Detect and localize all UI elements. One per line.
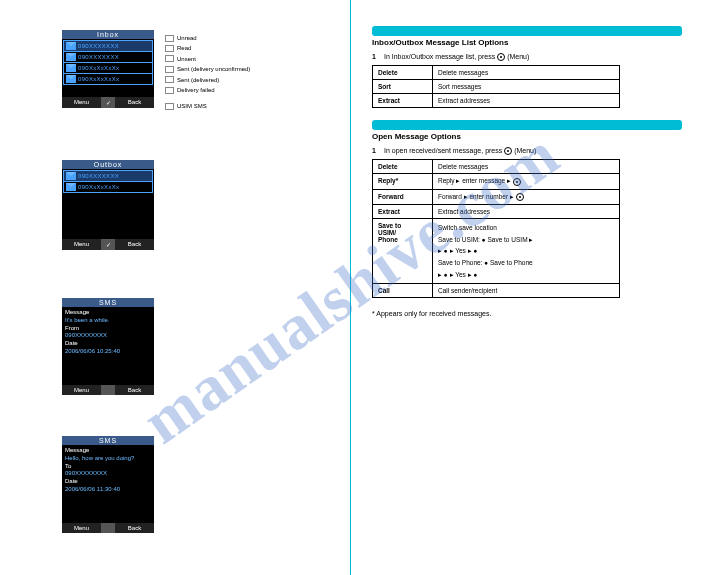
legend-label: USIM SMS [177, 102, 207, 110]
cell-text: Reply ▸ enter message ▸ [438, 177, 511, 184]
phone-title: Outbox [62, 160, 154, 169]
section-title: Inbox/Outbox Message List Options [372, 38, 682, 47]
phone-title: SMS [62, 298, 154, 307]
list-item-label: 090XxXxXxXx [78, 184, 119, 190]
cell: Reply* [373, 174, 433, 189]
legend-label: Sent (delivered) [177, 76, 219, 84]
mail-icon [66, 183, 76, 191]
table-row: CallCall sender/recipient [373, 284, 620, 298]
cell: Save to USIM/ Phone [373, 218, 433, 283]
phone-footer: Menu ✓ Back [62, 239, 154, 250]
cell: Extract addresses [433, 94, 620, 108]
list-item-label: 090XxXxXxXx [78, 65, 119, 71]
legend-item: Sent (delivery unconfirmed) [165, 65, 285, 73]
mail-icon [66, 64, 76, 72]
phone-footer: Menu ✓ Back [62, 97, 154, 108]
softkey-menu: Menu [62, 385, 101, 395]
table-row: Save to USIM/ PhoneSwitch save location … [373, 218, 620, 283]
cell: Switch save location Save to USIM: ● Sav… [433, 218, 620, 283]
mail-icon [66, 172, 76, 180]
softkey-back: Back [115, 385, 154, 395]
legend-item: Unread [165, 34, 285, 42]
step-text: (Menu) [507, 53, 529, 60]
step-line: 1 In Inbox/Outbox message list, press (M… [372, 53, 682, 61]
legend-label: Delivery failed [177, 86, 215, 94]
legend-label: Read [177, 44, 191, 52]
phone-sms-received: SMS Message It's been a while. From 090X… [62, 298, 154, 395]
cell-text: Forward ▸ enter number ▸ [438, 193, 514, 200]
phone-outbox: Outbox 090XXXXXXX 090XxXxXxXx Menu ✓ Bac… [62, 160, 154, 250]
mail-icon [66, 75, 76, 83]
cell: Extract [373, 204, 433, 218]
page-divider [350, 0, 351, 575]
list-item-label: 090XXXXXXX [78, 43, 119, 49]
cell: Sort messages [433, 80, 620, 94]
phone-footer: Menu Back [62, 523, 154, 533]
softkey-dot-icon [497, 53, 505, 61]
softkey-select-icon [101, 385, 115, 395]
field-label: Message [65, 447, 151, 455]
softkey-select-icon [101, 523, 115, 533]
mail-failed-icon [165, 87, 174, 94]
cell: Reply ▸ enter message ▸ [433, 174, 620, 189]
cell: Delete [373, 160, 433, 174]
mail-icon [66, 42, 76, 50]
right-page: Inbox/Outbox Message List Options 1 In I… [352, 0, 702, 575]
mail-unread-icon [165, 35, 174, 42]
softkey-back: Back [115, 97, 154, 108]
options-table: DeleteDelete messages SortSort messages … [372, 65, 620, 108]
field-label: Message [65, 309, 151, 317]
cell: Forward ▸ enter number ▸ [433, 189, 620, 204]
table-row: ForwardForward ▸ enter number ▸ [373, 189, 620, 204]
left-page: Inbox 090XXXXXXX 090XXXXXXX 090XxXxXxXx … [0, 0, 350, 575]
field-value: 2006/06/06 11:30:40 [65, 486, 151, 494]
field-label: Date [65, 478, 151, 486]
section-title: Open Message Options [372, 132, 682, 141]
list-item-label: 090XXXXXXX [78, 54, 119, 60]
cell: Call [373, 284, 433, 298]
softkey-select-icon: ✓ [101, 239, 115, 250]
phone-sms-sent: SMS Message Hello, how are you doing? To… [62, 436, 154, 533]
table-row: Reply*Reply ▸ enter message ▸ [373, 174, 620, 189]
phone-body: Message Hello, how are you doing? To 090… [62, 445, 154, 523]
step-line: 1 In open received/sent message, press (… [372, 147, 682, 155]
phone-body: Message It's been a while. From 090XXXXX… [62, 307, 154, 385]
legend-item: Delivery failed [165, 86, 285, 94]
mail-unsent-icon [165, 55, 174, 62]
sim-icon [165, 103, 174, 110]
step-text: In open received/sent message, press [384, 147, 502, 154]
field-label: Date [65, 340, 151, 348]
softkey-menu: Menu [62, 97, 101, 108]
section-bar [372, 26, 682, 36]
phone-title: SMS [62, 436, 154, 445]
field-value: Hello, how are you doing? [65, 455, 151, 463]
list-item: 090XxXxXxXx [63, 181, 153, 193]
table-row: ExtractExtract addresses [373, 94, 620, 108]
center-key-icon [516, 193, 524, 201]
list-item: 090XxXxXxXx [63, 73, 153, 85]
cell: Sort [373, 80, 433, 94]
options-table: DeleteDelete messages Reply*Reply ▸ ente… [372, 159, 620, 298]
icon-legend: Unread Read Unsent Sent (delivery unconf… [165, 34, 285, 113]
field-value: It's been a while. [65, 317, 151, 325]
step-number: 1 [372, 53, 382, 60]
field-label: To [65, 463, 151, 471]
softkey-back: Back [115, 239, 154, 250]
step-text: (Menu) [514, 147, 536, 154]
legend-label: Unsent [177, 55, 196, 63]
table-row: DeleteDelete messages [373, 66, 620, 80]
mail-sent-icon [165, 66, 174, 73]
softkey-back: Back [115, 523, 154, 533]
phone-body: 090XXXXXXX 090XXXXXXX 090XxXxXxXx 090XxX… [62, 39, 154, 97]
mail-read-icon [165, 45, 174, 52]
footnote: * Appears only for received messages. [372, 310, 682, 317]
softkey-menu: Menu [62, 523, 101, 533]
field-value: 090XXXXXXXX [65, 332, 151, 340]
mail-delivered-icon [165, 76, 174, 83]
phone-footer: Menu Back [62, 385, 154, 395]
cell: Forward [373, 189, 433, 204]
table-row: ExtractExtract addresses [373, 204, 620, 218]
legend-item: USIM SMS [165, 102, 285, 110]
step-number: 1 [372, 147, 382, 154]
cell: Delete [373, 66, 433, 80]
